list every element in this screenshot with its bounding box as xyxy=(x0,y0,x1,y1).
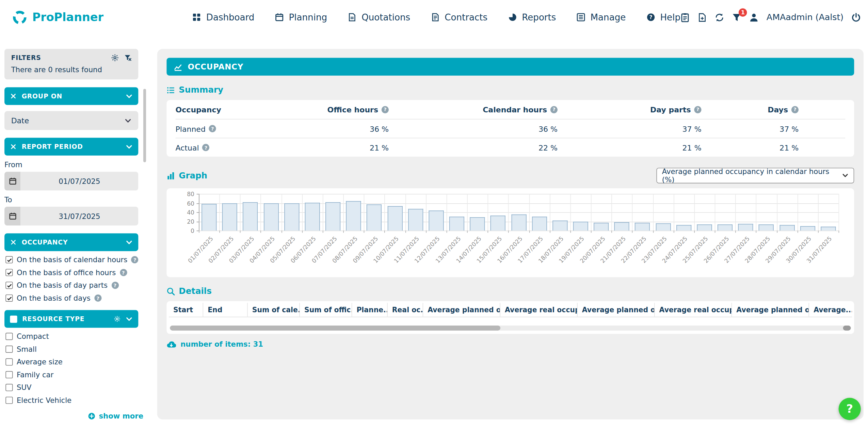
panel-header-occupancy[interactable]: OCCUPANCY xyxy=(4,233,138,251)
calendar-icon-button[interactable] xyxy=(4,207,20,225)
details-column-header[interactable]: Average planned oc... xyxy=(423,303,500,317)
panel-header-resource-type[interactable]: RESOURCE TYPE xyxy=(4,310,138,328)
tasks-icon[interactable] xyxy=(680,13,690,22)
refresh-icon[interactable] xyxy=(715,13,724,22)
graph-metric-select[interactable]: Average planned occupancy in calendar ho… xyxy=(656,168,854,184)
help-tooltip-icon[interactable]: ? xyxy=(94,295,101,302)
filter-option-row[interactable]: Small xyxy=(5,345,146,353)
user-icon[interactable] xyxy=(749,13,759,22)
details-column-header[interactable]: Average... xyxy=(809,303,852,317)
help-tooltip-icon[interactable]: ? xyxy=(111,282,118,289)
help-tooltip-icon[interactable]: ? xyxy=(550,106,558,113)
details-column-header[interactable]: Average planned oc... xyxy=(732,303,809,317)
brand-name: ProPlanner xyxy=(32,11,103,24)
refresh-icon[interactable] xyxy=(715,13,724,22)
details-column-header[interactable]: Average real occup... xyxy=(500,303,578,317)
chevron-down-icon[interactable] xyxy=(126,93,133,100)
to-date-value[interactable]: 31/07/2025 xyxy=(20,207,138,225)
x-axis-label: 30/07/2025 xyxy=(775,235,813,274)
help-tooltip-icon[interactable]: ? xyxy=(202,144,209,151)
cloud-download-icon[interactable] xyxy=(166,340,176,349)
checkbox-unchecked[interactable] xyxy=(5,384,13,391)
filter-option-row[interactable]: On the basis of day parts? xyxy=(5,281,146,289)
filter-option-row[interactable]: SUV xyxy=(5,383,146,392)
resource-settings-gear-icon[interactable] xyxy=(114,316,120,322)
chevron-down-icon[interactable] xyxy=(126,143,133,150)
nav-item-dashboard[interactable]: Dashboard xyxy=(192,12,254,22)
details-column-header[interactable]: Planne... xyxy=(352,303,387,317)
chart-bar xyxy=(387,206,402,231)
from-date-input[interactable]: 01/07/2025 xyxy=(4,172,138,190)
checkbox-checked[interactable] xyxy=(5,282,13,289)
checkbox-checked[interactable] xyxy=(5,269,13,276)
panel-title: RESOURCE TYPE xyxy=(22,315,109,323)
nav-item-planning[interactable]: Planning xyxy=(275,12,327,22)
checkbox-unchecked[interactable] xyxy=(5,346,13,353)
select-all-checkbox[interactable] xyxy=(10,315,17,322)
summary-row: Planned?36 %36 %37 %37 % xyxy=(176,119,846,138)
close-icon[interactable] xyxy=(10,239,17,246)
nav-item-contracts[interactable]: Contracts xyxy=(431,12,487,22)
details-column-header[interactable]: Real oc... xyxy=(388,303,423,317)
alerts-icon[interactable]: 1 xyxy=(732,13,742,22)
panel-title: OCCUPANCY xyxy=(22,238,120,246)
details-column-header[interactable]: Average planned oc... xyxy=(578,303,655,317)
details-horizontal-scrollbar[interactable] xyxy=(170,326,851,331)
details-column-header[interactable]: Average real occup... xyxy=(655,303,732,317)
scrollbar-thumb[interactable] xyxy=(170,326,500,331)
checkbox-checked[interactable] xyxy=(5,295,13,302)
group-on-select[interactable]: Date xyxy=(4,111,138,130)
checkbox-unchecked[interactable] xyxy=(5,397,13,404)
filter-option-row[interactable]: Electric Vehicle xyxy=(5,396,146,404)
panel-header-report-period[interactable]: REPORT PERIOD xyxy=(4,138,138,156)
filter-option-row[interactable]: On the basis of office hours? xyxy=(5,268,146,277)
summary-value: 37 % xyxy=(558,124,702,133)
nav-item-help[interactable]: ?Help xyxy=(646,12,680,22)
from-date-value[interactable]: 01/07/2025 xyxy=(20,172,138,190)
filter-option-row[interactable]: Average size xyxy=(5,358,146,366)
to-date-input[interactable]: 31/07/2025 xyxy=(4,207,138,225)
calendar-icon-button[interactable] xyxy=(4,172,20,190)
chevron-down-icon[interactable] xyxy=(126,239,133,246)
help-tooltip-icon[interactable]: ? xyxy=(694,106,701,113)
checkbox-unchecked[interactable] xyxy=(5,358,13,365)
sidebar-scrollbar-thumb[interactable] xyxy=(143,89,146,162)
user-icon[interactable] xyxy=(749,13,759,22)
help-tooltip-icon[interactable]: ? xyxy=(382,106,389,113)
clear-filters-icon[interactable] xyxy=(124,54,132,62)
close-icon[interactable] xyxy=(10,93,17,99)
logout-power-icon[interactable] xyxy=(851,13,861,22)
details-column-header[interactable]: End xyxy=(203,303,248,317)
check-icon xyxy=(6,283,12,288)
filter-option-row[interactable]: Family car xyxy=(5,370,146,379)
tasks-icon[interactable] xyxy=(680,13,690,22)
filter-option-row[interactable]: Compact xyxy=(5,332,146,341)
filter-option-row[interactable]: On the basis of calendar hours? xyxy=(5,255,146,264)
new-document-icon[interactable] xyxy=(698,13,707,22)
help-tooltip-icon[interactable]: ? xyxy=(791,106,799,113)
nav-item-quotations[interactable]: Quotations xyxy=(348,12,410,22)
filters-settings-gear-icon[interactable] xyxy=(111,54,119,62)
brand-logo[interactable]: ProPlanner xyxy=(12,10,103,25)
checkbox-unchecked[interactable] xyxy=(5,333,13,340)
chevron-down-icon[interactable] xyxy=(126,315,133,322)
user-menu[interactable]: AMAadmin (Aalst) xyxy=(767,12,843,22)
help-fab[interactable]: ? xyxy=(839,398,861,420)
checkbox-unchecked[interactable] xyxy=(5,371,13,378)
panel-header-group-on[interactable]: GROUP ON xyxy=(4,87,138,105)
close-icon[interactable] xyxy=(10,143,17,150)
details-column-header[interactable]: Sum of offic... xyxy=(300,303,352,317)
details-column-header[interactable]: Sum of cale... xyxy=(248,303,300,317)
details-column-header[interactable]: Start xyxy=(169,303,203,317)
chart-line-icon xyxy=(174,63,182,71)
filter-option-row[interactable]: On the basis of days? xyxy=(5,294,146,302)
x-axis-label: 08/07/2025 xyxy=(321,235,358,274)
help-tooltip-icon[interactable]: ? xyxy=(131,256,139,263)
help-tooltip-icon[interactable]: ? xyxy=(120,269,127,276)
new-document-icon[interactable] xyxy=(698,13,707,22)
checkbox-checked[interactable] xyxy=(5,256,13,263)
show-more-link[interactable]: show more xyxy=(88,412,147,420)
help-tooltip-icon[interactable]: ? xyxy=(209,125,216,132)
nav-item-reports[interactable]: Reports xyxy=(508,12,556,22)
nav-item-manage[interactable]: Manage xyxy=(577,12,626,22)
